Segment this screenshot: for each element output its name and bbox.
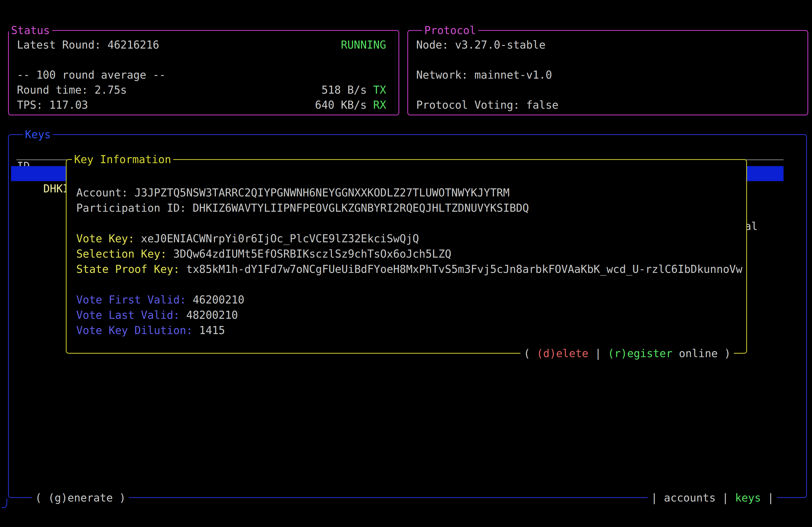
key-information-modal: Key Information Account: J3JPZTQ5NSW3TAR…: [66, 159, 747, 353]
network-value: mainnet-v1.0: [475, 69, 552, 81]
protocol-panel: Protocol Node: v3.27.0-stable Network: m…: [407, 30, 808, 115]
latest-round-label: Latest Round:: [17, 39, 107, 51]
tps-row: TPS: 117.03 640 KB/s RX: [17, 97, 386, 112]
tx-rate: 518 B/s TX: [321, 82, 386, 97]
keys-panel-title: Keys: [23, 128, 53, 141]
actions-open: (: [524, 347, 536, 360]
round-time: Round time: 2.75s: [17, 82, 127, 97]
tabs-separator-left: |: [651, 492, 664, 504]
node-state-badge: RUNNING: [341, 37, 386, 52]
tps: TPS: 117.03: [17, 97, 88, 112]
state-proof-key-row: State Proof Key: tx85kM1h-dY1Fd7w7oNCgFU…: [76, 261, 746, 277]
status-panel-title: Status: [9, 24, 52, 37]
tps-value: 117.03: [49, 99, 88, 111]
latest-round-value: 46216216: [107, 39, 159, 51]
spacer-row: [416, 52, 795, 67]
participation-id-label: Participation ID:: [76, 202, 192, 214]
border-corner-artifact: [2, 499, 7, 508]
status-panel-body: Latest Round: 46216216 RUNNING -- 100 ro…: [9, 31, 398, 112]
tx-rate-value: 518 B/s: [321, 84, 373, 96]
network: Network: mainnet-v1.0: [416, 67, 552, 82]
account-label: Account:: [76, 186, 134, 199]
spacer-row: [416, 82, 795, 97]
vote-key-row: Vote Key: xeJ0ENIACWNrpYi0r6IjOc_PlcVCE9…: [76, 231, 746, 246]
protocol-panel-title: Protocol: [422, 24, 478, 37]
generate-shortcut-hint[interactable]: ( (g)enerate ): [32, 491, 129, 505]
round-time-value: 2.75s: [95, 84, 127, 96]
vote-key-dilution-label: Vote Key Dilution:: [76, 324, 199, 336]
node-version-row: Node: v3.27.0-stable: [416, 37, 795, 52]
round-time-label: Round time:: [17, 84, 95, 96]
selection-key-row: Selection Key: 3DQw64zdIUMt5EfOSRBIKsczl…: [76, 246, 746, 261]
key-information-body: Account: J3JPZTQ5NSW3TARRC2QIYPGNWNH6NEY…: [67, 160, 746, 338]
voting-label: Protocol Voting:: [416, 99, 526, 111]
actions-separator: |: [588, 347, 608, 360]
vote-first-valid-value: 46200210: [192, 293, 244, 306]
node-value: v3.27.0-stable: [455, 39, 546, 51]
rx-rate-value: 640 KB/s: [315, 99, 373, 111]
spacer-row: [76, 216, 746, 231]
participation-id-value: DHKIZ6WAVTYLIIPNFPEOVGLKZGNBYRI2RQEQJHLT…: [192, 202, 529, 214]
state-proof-key-label: State Proof Key:: [76, 263, 186, 275]
latest-round-row: Latest Round: 46216216 RUNNING: [17, 37, 386, 52]
node-label: Node:: [416, 39, 455, 51]
spacer-row: [17, 52, 386, 67]
rx-rate: 640 KB/s RX: [315, 97, 386, 112]
spacer-row: [76, 277, 746, 292]
network-label: Network:: [416, 69, 475, 81]
tx-label: TX: [373, 84, 386, 96]
average-header-row: -- 100 round average --: [17, 67, 386, 82]
selection-key-label: Selection Key:: [76, 248, 173, 260]
tps-label: TPS:: [17, 99, 49, 111]
account-row: Account: J3JPZTQ5NSW3TARRC2QIYPGNWNH6NEY…: [76, 185, 746, 200]
node-version: Node: v3.27.0-stable: [416, 37, 546, 52]
delete-shortcut-hint[interactable]: (d)elete: [537, 347, 589, 360]
vote-key-value: xeJ0ENIACWNrpYi0r6IjOc_PlcVCE9lZ32EkciSw…: [141, 232, 419, 245]
voting-value: false: [526, 99, 558, 111]
tab-keys[interactable]: keys: [735, 492, 761, 504]
network-row: Network: mainnet-v1.0: [416, 67, 795, 82]
vote-first-valid-label: Vote First Valid:: [76, 293, 192, 306]
rx-label: RX: [373, 99, 386, 111]
participation-id-row: Participation ID: DHKIZ6WAVTYLIIPNFPEOVG…: [76, 200, 746, 216]
view-tabs: | accounts | keys |: [648, 491, 777, 505]
vote-first-valid-row: Vote First Valid: 46200210: [76, 292, 746, 307]
vote-key-dilution-row: Vote Key Dilution: 1415: [76, 323, 746, 338]
vote-last-valid-label: Vote Last Valid:: [76, 309, 186, 321]
modal-action-hints: ( (d)elete | (r)egister online ): [520, 347, 734, 360]
tabs-separator-mid: |: [715, 492, 735, 504]
protocol-voting-row: Protocol Voting: false: [416, 97, 795, 112]
tabs-separator-right: |: [761, 492, 774, 504]
vote-key-dilution-value: 1415: [199, 324, 225, 336]
tab-accounts[interactable]: accounts: [664, 492, 716, 504]
vote-last-valid-value: 48200210: [186, 309, 238, 321]
protocol-panel-body: Node: v3.27.0-stable Network: mainnet-v1…: [408, 31, 808, 112]
actions-close: online ): [672, 347, 731, 360]
state-proof-key-value: tx85kM1h-dY1Fd7w7oNCgFUeUiBdFYoeH8MxPhTv…: [186, 263, 742, 275]
average-header: -- 100 round average --: [17, 67, 166, 82]
protocol-voting: Protocol Voting: false: [416, 97, 559, 112]
key-information-title: Key Information: [72, 153, 173, 166]
vote-last-valid-row: Vote Last Valid: 48200210: [76, 307, 746, 323]
latest-round: Latest Round: 46216216: [17, 37, 159, 52]
register-shortcut-hint[interactable]: (r)egister: [608, 347, 672, 360]
vote-key-label: Vote Key:: [76, 232, 141, 245]
selection-key-value: 3DQw64zdIUMt5EfOSRBIKsczlSz9chTsOx6oJch5…: [173, 248, 451, 260]
round-time-row: Round time: 2.75s 518 B/s TX: [17, 82, 386, 97]
status-panel: Status Latest Round: 46216216 RUNNING --…: [8, 30, 399, 115]
account-value: J3JPZTQ5NSW3TARRC2QIYPGNWNH6NEYGGNXXKODL…: [134, 186, 510, 199]
